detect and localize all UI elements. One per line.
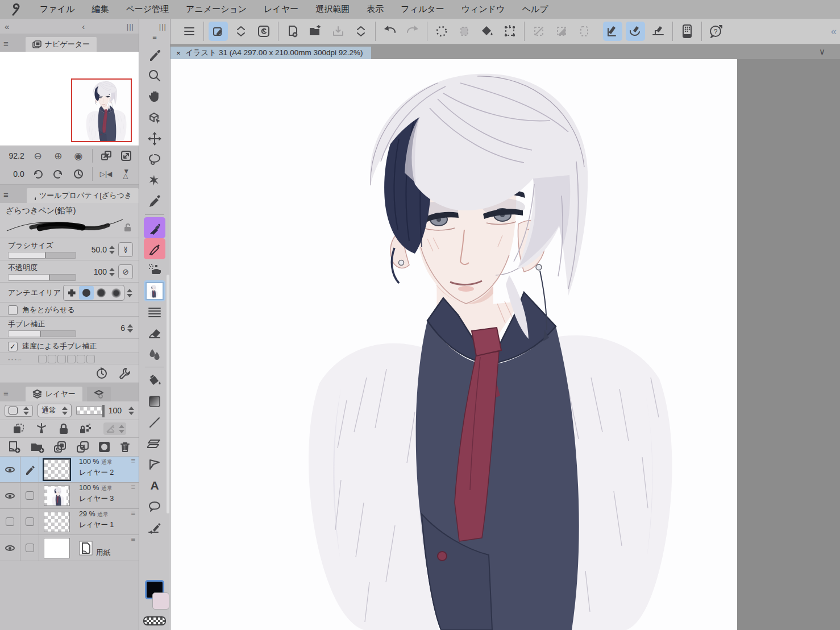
palette-color-dropdown[interactable]: [5, 405, 33, 417]
stabilization-slider[interactable]: [8, 330, 76, 337]
layer-check-box[interactable]: [20, 483, 39, 508]
auto-select-tool[interactable]: [144, 170, 165, 191]
gradient-tool[interactable]: [144, 391, 165, 412]
menu-page[interactable]: ページ管理: [126, 4, 169, 15]
save-icon[interactable]: [328, 22, 348, 41]
layer-name[interactable]: 用紙: [96, 548, 110, 561]
layer-thumbnail[interactable]: [39, 457, 74, 482]
zoom-tool[interactable]: [144, 65, 165, 86]
reference-layer-icon[interactable]: [36, 423, 48, 434]
layer-grip-icon[interactable]: ≡: [131, 509, 139, 534]
marker-tool[interactable]: [144, 217, 165, 238]
save-options-icon[interactable]: [351, 22, 371, 41]
open-file-icon[interactable]: [306, 22, 325, 41]
layer-row-1[interactable]: 29 % 通常 レイヤー 1 ≡: [0, 509, 139, 535]
lock-transparent-pixels-icon[interactable]: [80, 423, 92, 434]
antialias-weak-icon[interactable]: [79, 286, 94, 300]
snap-to-ruler-icon[interactable]: [603, 22, 622, 41]
delete-layer-icon[interactable]: [119, 441, 131, 453]
brush-size-value[interactable]: 50.0: [92, 245, 107, 254]
brush-size-stepper[interactable]: [109, 246, 115, 254]
layer-thumbnail[interactable]: [39, 509, 74, 534]
tool-panel-menu-icon[interactable]: ≡: [152, 33, 157, 45]
rotate-right-icon[interactable]: [51, 167, 65, 181]
fill-tool[interactable]: [144, 370, 165, 391]
layer-name[interactable]: レイヤー 2: [79, 467, 131, 478]
pen-tool-pink[interactable]: [144, 238, 165, 259]
redo-icon[interactable]: [403, 22, 422, 41]
select-launcher-icon[interactable]: [432, 22, 451, 41]
menu-selection[interactable]: 選択範囲: [315, 4, 350, 15]
layer-opacity-slider[interactable]: [76, 407, 104, 415]
clip-to-layer-below-icon[interactable]: [13, 423, 25, 434]
menu-window[interactable]: ウィンドウ: [461, 4, 505, 15]
layer-thumbnail[interactable]: [39, 535, 74, 561]
undo-icon[interactable]: [380, 22, 400, 41]
panel-menu-icon[interactable]: ≡: [3, 39, 9, 52]
new-raster-layer-icon[interactable]: [8, 441, 22, 453]
menu-layer[interactable]: レイヤー: [264, 4, 298, 15]
layer-grip-icon[interactable]: ≡: [131, 457, 139, 482]
layer-name[interactable]: レイヤー 1: [79, 520, 131, 530]
decoration-tool[interactable]: [144, 301, 165, 322]
zoom-in-icon[interactable]: ⊕: [51, 149, 65, 163]
blend-tool[interactable]: [144, 343, 165, 364]
rotate-left-icon[interactable]: [31, 167, 45, 181]
zoom-reset-icon[interactable]: ◉: [72, 149, 85, 163]
eyedropper-tool[interactable]: [144, 191, 165, 212]
menu-view[interactable]: 表示: [367, 4, 384, 15]
clip-studio-icon[interactable]: [254, 22, 273, 41]
eraser-tool[interactable]: [144, 322, 165, 343]
layer-row-paper[interactable]: 用紙 ≡: [0, 535, 139, 561]
sharp-corner-checkbox[interactable]: [8, 305, 18, 315]
workspace-switch-icon[interactable]: [231, 22, 251, 41]
pen-tool[interactable]: [144, 44, 165, 65]
unlock-icon[interactable]: [124, 223, 132, 232]
stabilization-value[interactable]: 6: [120, 324, 125, 333]
layer-check-box[interactable]: [20, 509, 39, 534]
opacity-dynamics-icon[interactable]: ⊘: [118, 264, 133, 279]
deselect-launcher-icon[interactable]: [455, 22, 474, 41]
companion-mode-icon[interactable]: [677, 22, 697, 41]
antialias-stepper[interactable]: [127, 289, 132, 297]
custom-brush-tool[interactable]: [144, 280, 165, 301]
hand-tool[interactable]: [144, 86, 165, 107]
opacity-value[interactable]: 100: [94, 267, 107, 276]
correct-line-tool[interactable]: [144, 517, 165, 538]
ruler-tool[interactable]: [144, 433, 165, 454]
fill-icon[interactable]: [477, 22, 497, 41]
balloon-tool[interactable]: [144, 496, 165, 517]
drag-handle-icon[interactable]: |||: [159, 22, 167, 31]
fit-to-window-icon[interactable]: [119, 149, 133, 163]
menu-animation[interactable]: アニメーション: [186, 4, 247, 15]
frame-border-tool[interactable]: [144, 454, 165, 475]
rotate-reset-icon[interactable]: [72, 167, 85, 181]
clip-studio-paint-icon[interactable]: [209, 22, 228, 41]
snap-to-grid-icon[interactable]: [648, 22, 668, 41]
pasteboard[interactable]: [737, 59, 840, 630]
flip-vertical-icon[interactable]: ▼△: [119, 167, 133, 181]
panel-menu-icon[interactable]: ≡: [3, 190, 9, 203]
drag-handle-icon[interactable]: |||: [127, 22, 134, 31]
fit-to-screen-icon[interactable]: [99, 149, 113, 163]
lock-layer-icon[interactable]: [59, 423, 68, 434]
help-icon[interactable]: ?: [706, 22, 726, 41]
menu-edit[interactable]: 編集: [92, 4, 109, 15]
transfer-to-lower-layer-icon[interactable]: [53, 441, 67, 453]
show-ruler-icon[interactable]: [105, 424, 117, 434]
layer-visible-icon[interactable]: [0, 483, 20, 508]
navigator-view-rect[interactable]: [71, 78, 132, 142]
collapse-dock-icon[interactable]: «: [5, 22, 9, 31]
layer-thumbnail[interactable]: [39, 483, 74, 508]
tab-tool-property[interactable]: ツールプロパティ[ざらつき: [27, 188, 139, 203]
layer-hidden-box[interactable]: [0, 509, 20, 534]
layer-visible-icon[interactable]: [0, 535, 20, 561]
merge-with-lower-layer-icon[interactable]: [76, 441, 90, 453]
layer-editing-pencil-icon[interactable]: [20, 457, 39, 482]
layer-mask-icon[interactable]: [98, 441, 111, 453]
main-menu-icon[interactable]: [180, 22, 199, 41]
tab-navigator[interactable]: ナビゲーター: [26, 37, 97, 52]
speed-stabilization-checkbox[interactable]: ✓: [8, 342, 18, 351]
collapse-panel-icon[interactable]: ‹: [82, 22, 85, 31]
blend-mode-dropdown[interactable]: 通常: [38, 404, 72, 417]
